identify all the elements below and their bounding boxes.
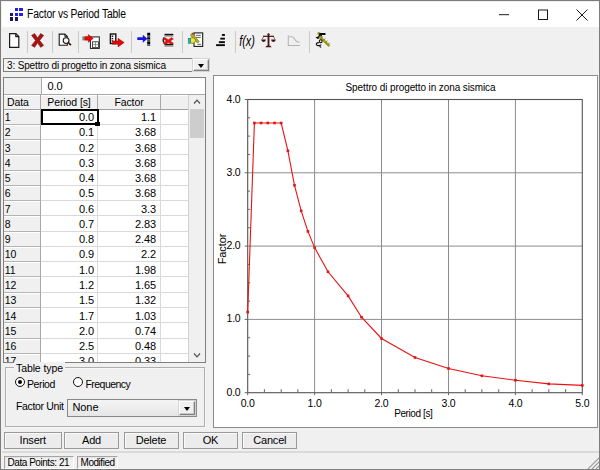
svg-text:3.0: 3.0	[227, 166, 241, 178]
svg-text:0.0: 0.0	[241, 397, 255, 409]
svg-text:2.0: 2.0	[227, 239, 241, 251]
svg-text:1.0: 1.0	[227, 312, 241, 324]
svg-text:2.0: 2.0	[375, 397, 389, 409]
svg-text:Spettro di progetto in zona si: Spettro di progetto in zona sismica	[346, 82, 496, 93]
svg-text:4.0: 4.0	[508, 397, 522, 409]
svg-text:1.0: 1.0	[308, 397, 322, 409]
svg-text:Period [s]: Period [s]	[394, 408, 433, 419]
svg-text:4.0: 4.0	[227, 93, 241, 105]
svg-text:0.0: 0.0	[227, 386, 241, 398]
svg-text:3.0: 3.0	[442, 397, 456, 409]
svg-text:5.0: 5.0	[575, 397, 589, 409]
svg-text:f(x): f(x)	[239, 33, 254, 49]
